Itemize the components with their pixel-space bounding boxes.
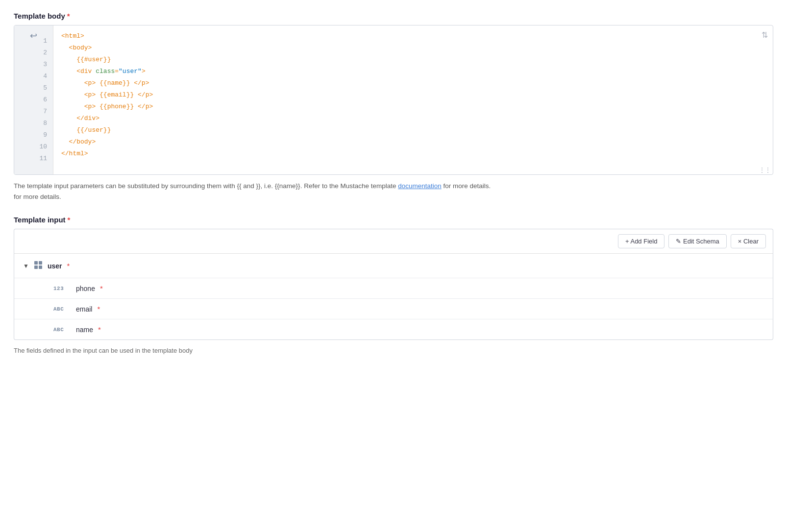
- template-input-title: Template input *: [14, 216, 773, 224]
- phone-field: 123 phone *: [14, 278, 773, 299]
- name-field-name: name: [76, 326, 93, 334]
- name-field: ABC name *: [14, 319, 773, 339]
- phone-field-name: phone: [76, 285, 95, 292]
- resize-handle[interactable]: ⋮⋮: [759, 167, 771, 173]
- editor-gutter: ↩ 1 2 3 4 5 6 7 8 9 10 11: [14, 25, 53, 174]
- expand-icon[interactable]: ⇅: [762, 30, 768, 40]
- code-line-9: {{/user}}: [61, 124, 765, 136]
- template-description: The template input parameters can be sub…: [14, 181, 773, 202]
- phone-type-badge: 123: [53, 286, 71, 291]
- email-field-name: email: [76, 305, 92, 313]
- email-field: ABC email *: [14, 299, 773, 319]
- add-field-button[interactable]: + Add Field: [618, 234, 664, 248]
- user-field-name: user: [48, 262, 62, 270]
- code-line-10: </body>: [61, 136, 765, 148]
- user-field-group: ▼ user *: [14, 254, 773, 278]
- template-body-section: Template body * ↩ 1 2 3 4 5 6 7 8 9 10 1…: [14, 12, 773, 202]
- documentation-link[interactable]: documentation: [398, 182, 442, 190]
- fields-container: ▼ user * 123 phone * ABC email *: [14, 254, 773, 340]
- clear-button[interactable]: × Clear: [731, 234, 766, 248]
- grid-icon: [34, 261, 43, 271]
- code-line-4: <div class="user">: [61, 66, 765, 77]
- code-editor[interactable]: ↩ 1 2 3 4 5 6 7 8 9 10 11 <html>: [14, 25, 773, 175]
- code-line-3: {{#user}}: [61, 54, 765, 66]
- edit-schema-button[interactable]: ✎ Edit Schema: [668, 234, 726, 248]
- template-body-title: Template body *: [14, 12, 773, 20]
- input-toolbar: + Add Field ✎ Edit Schema × Clear: [14, 229, 773, 254]
- code-line-11: </html>: [61, 148, 765, 160]
- code-line-6: <p> {{email}} </p>: [61, 89, 765, 101]
- code-line-1: <html>: [61, 30, 765, 42]
- chevron-down-icon[interactable]: ▼: [23, 263, 29, 269]
- code-textarea[interactable]: <html> <body> {{#user}} <div class="user…: [53, 25, 773, 174]
- code-line-8: </div>: [61, 113, 765, 124]
- input-footer-text: The fields defined in the input can be u…: [14, 347, 773, 354]
- name-type-badge: ABC: [53, 327, 71, 333]
- code-line-7: <p> {{phone}} </p>: [61, 101, 765, 113]
- svg-rect-3: [39, 266, 42, 269]
- template-input-section: Template input * + Add Field ✎ Edit Sche…: [14, 216, 773, 354]
- collapse-icon: ↩: [30, 30, 37, 41]
- email-type-badge: ABC: [53, 306, 71, 312]
- line-numbers: 1 2 3 4 5 6 7 8 9 10 11: [39, 30, 53, 169]
- code-line-5: <p> {{name}} </p>: [61, 77, 765, 89]
- svg-rect-0: [34, 261, 38, 265]
- svg-rect-2: [34, 266, 38, 269]
- code-line-2: <body>: [61, 42, 765, 54]
- svg-rect-1: [39, 261, 42, 265]
